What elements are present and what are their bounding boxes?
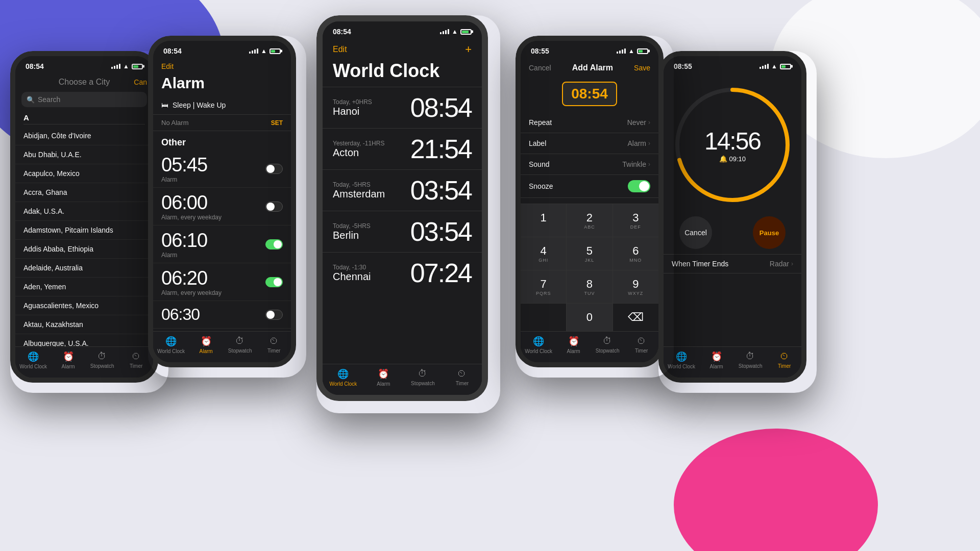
choose-city-header: Choose a City Can — [15, 73, 153, 92]
setting-sound[interactable]: Sound Twinkle › — [521, 154, 658, 175]
wc-add-button[interactable]: + — [465, 43, 472, 56]
chevron-icon-2: › — [648, 140, 650, 147]
alarm-toggle-5[interactable] — [265, 310, 283, 320]
chevron-icon-timer: › — [791, 260, 793, 267]
tab-alarm-3[interactable]: ⏰ Alarm — [371, 368, 396, 387]
tab-alarm-1[interactable]: ⏰ Alarm — [56, 351, 81, 369]
numpad-backspace[interactable]: ⌫ — [613, 304, 658, 331]
alarm-toggle-4[interactable] — [265, 277, 283, 287]
timer-main-time: 14:56 — [704, 127, 761, 155]
tab-timer-3[interactable]: ⏲ Timer — [449, 368, 475, 387]
city-item[interactable]: Adamstown, Pitcairn Islands — [15, 221, 153, 240]
tab-timer-2[interactable]: ⏲ Timer — [261, 336, 287, 354]
tab-bar-4: 🌐 World Clock ⏰ Alarm ⏱ Stopwatch ⏲ Time… — [521, 331, 658, 362]
stopwatch-icon-5: ⏱ — [746, 351, 755, 362]
alarm-time-3: 06:10 — [161, 230, 207, 252]
tab-world-clock-label-3: World Clock — [330, 381, 357, 387]
status-bar-3: 08:54 ▲ — [323, 21, 482, 39]
tab-timer-label-5: Timer — [778, 363, 791, 369]
alarm-icon-3: ⏰ — [378, 368, 389, 380]
cancel-button-4[interactable]: Cancel — [529, 64, 551, 72]
alarm-item-5[interactable]: 06:30 — [153, 301, 291, 329]
edit-button-2[interactable]: Edit — [161, 62, 174, 70]
tab-world-clock-3[interactable]: 🌐 World Clock — [330, 368, 357, 387]
city-item[interactable]: Aden, Yemen — [15, 278, 153, 296]
numpad-0[interactable]: 0 — [567, 304, 612, 331]
alarm-item-3[interactable]: 06:10 Alarm — [153, 226, 291, 263]
signal-icon-2 — [249, 48, 258, 54]
search-bar[interactable]: 🔍 Search — [21, 92, 147, 107]
numpad-6[interactable]: 6MNO — [613, 237, 658, 270]
battery-icon-1 — [132, 64, 143, 69]
tab-alarm-4[interactable]: ⏰ Alarm — [561, 336, 586, 354]
tab-stopwatch-5[interactable]: ⏱ Stopwatch — [738, 351, 763, 369]
tab-world-clock-2[interactable]: 🌐 World Clock — [157, 336, 185, 354]
alarm-item-1[interactable]: 05:45 Alarm — [153, 150, 291, 188]
city-item[interactable]: Addis Ababa, Ethiopia — [15, 240, 153, 259]
tab-timer-4[interactable]: ⏲ Timer — [629, 336, 654, 354]
when-timer-ends-row[interactable]: When Timer Ends Radar › — [664, 254, 801, 273]
tab-alarm-label-1: Alarm — [62, 364, 75, 369]
city-item[interactable]: Adak, U.S.A. — [15, 202, 153, 221]
numpad-5[interactable]: 5JKL — [567, 237, 612, 270]
city-item[interactable]: Accra, Ghana — [15, 183, 153, 202]
no-alarm-text: No Alarm — [161, 119, 188, 127]
city-item[interactable]: Acapulco, Mexico — [15, 164, 153, 183]
alarm-toggle-2[interactable] — [265, 202, 283, 212]
numpad-3[interactable]: 3DEF — [613, 204, 658, 237]
tab-world-clock-4[interactable]: 🌐 World Clock — [525, 336, 552, 354]
alarm-toggle-1[interactable] — [265, 164, 283, 174]
wc-edit-button[interactable]: Edit — [333, 45, 347, 54]
snooze-toggle[interactable] — [628, 180, 650, 192]
setting-label[interactable]: Label Alarm › — [521, 133, 658, 154]
numpad-1[interactable]: 1 — [521, 204, 566, 237]
tab-timer-label-2: Timer — [267, 348, 280, 354]
tab-alarm-2[interactable]: ⏰ Alarm — [193, 336, 219, 354]
alarm-item-2[interactable]: 06:00 Alarm, every weekday — [153, 188, 291, 226]
alarm-time-4: 06:20 — [161, 267, 222, 289]
tab-timer-1[interactable]: ⏲ Timer — [124, 351, 149, 369]
status-time-3: 08:54 — [333, 28, 351, 36]
phones-container: 08:54 ▲ Choose a City Can — [0, 0, 980, 551]
tab-timer-5[interactable]: ⏲ Timer — [772, 351, 797, 369]
save-button-4[interactable]: Save — [634, 64, 650, 72]
tab-stopwatch-2[interactable]: ⏱ Stopwatch — [227, 336, 253, 354]
numpad-8[interactable]: 8TUV — [567, 270, 612, 303]
wc-time-hanoi: 08:54 — [410, 92, 472, 123]
tab-bar-3: 🌐 World Clock ⏰ Alarm ⏱ Stopwatch ⏲ Time… — [323, 364, 482, 395]
stopwatch-icon-1: ⏱ — [97, 351, 107, 362]
city-item[interactable]: Aguascalientes, Mexico — [15, 296, 153, 315]
timer-circle-wrapper: 14:56 🔔 09:10 — [671, 84, 794, 206]
tab-stopwatch-3[interactable]: ⏱ Stopwatch — [410, 368, 435, 387]
city-item[interactable]: Adelaide, Australia — [15, 259, 153, 278]
alarm-item-4[interactable]: 06:20 Alarm, every weekday — [153, 263, 291, 301]
tab-bar-1: 🌐 World Clock ⏰ Alarm ⏱ Stopwatch ⏲ Time… — [15, 346, 153, 378]
timer-pause-button[interactable]: Pause — [753, 216, 786, 249]
status-icons-3: ▲ — [440, 28, 472, 35]
signal-icon-4 — [617, 48, 626, 54]
numpad-9[interactable]: 9WXYZ — [613, 270, 658, 303]
alarm-toggle-3[interactable] — [265, 239, 283, 249]
cancel-button-1[interactable]: Can — [134, 78, 147, 86]
tab-stopwatch-1[interactable]: ⏱ Stopwatch — [89, 351, 115, 369]
bell-icon: 🔔 — [719, 155, 727, 163]
timer-cancel-button[interactable]: Cancel — [679, 216, 712, 249]
wc-item-berlin: Today, -5HRS Berlin 03:54 — [323, 211, 482, 252]
city-item[interactable]: Aktau, Kazakhstan — [15, 315, 153, 334]
city-item[interactable]: Abu Dhabi, U.A.E. — [15, 145, 153, 164]
world-clock-screen: Edit + World Clock Today, +0HRS Hanoi 08… — [323, 39, 482, 364]
setting-repeat[interactable]: Repeat Never › — [521, 112, 658, 133]
numpad-4[interactable]: 4GHI — [521, 237, 566, 270]
tab-world-clock-1[interactable]: 🌐 World Clock — [19, 351, 47, 369]
wc-time-berlin: 03:54 — [410, 216, 472, 247]
city-item[interactable]: Abidjan, Côte d'Ivoire — [15, 127, 153, 145]
tab-alarm-5[interactable]: ⏰ Alarm — [704, 351, 729, 369]
numpad-7[interactable]: 7PQRS — [521, 270, 566, 303]
tab-stopwatch-4[interactable]: ⏱ Stopwatch — [595, 336, 620, 354]
city-item[interactable]: Albuquerque, U.S.A. — [15, 334, 153, 346]
status-icons-1: ▲ — [111, 63, 143, 70]
set-button[interactable]: SET — [271, 119, 283, 127]
timer-buttons: Cancel Pause — [679, 216, 786, 249]
numpad-2[interactable]: 2ABC — [567, 204, 612, 237]
setting-repeat-label: Repeat — [529, 118, 552, 127]
